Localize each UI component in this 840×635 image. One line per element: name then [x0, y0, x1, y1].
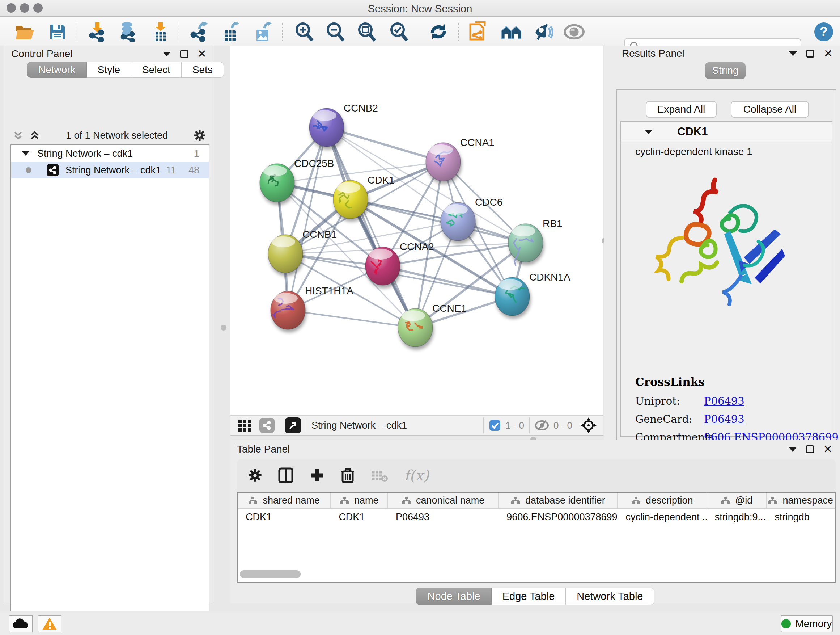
open-folder-icon[interactable] [14, 21, 35, 42]
cloud-button[interactable] [9, 615, 33, 632]
export-network-icon[interactable] [188, 21, 209, 42]
tab-network[interactable]: Network [27, 62, 87, 78]
cell-namespace[interactable]: stringdb [767, 511, 835, 523]
collapse-all-icon[interactable] [13, 130, 24, 141]
column-header-shared-name[interactable]: shared name [238, 493, 331, 508]
collapse-all-button[interactable]: Collapse All [731, 101, 809, 118]
network-selection-status: 1 of 1 Network selected [66, 130, 168, 141]
table-row[interactable]: CDK1CDK1P064939606.ENSP00000378699cyclin… [238, 509, 835, 525]
memory-button[interactable]: Memory [781, 615, 833, 632]
export-image-icon[interactable] [252, 21, 273, 42]
column-header-database-identifier[interactable]: database identifier [499, 493, 617, 508]
string-network-graph[interactable]: CCNB2CCNA1CDC25BCDK1CDC6RB1CCNB1CCNA2CDK… [231, 46, 603, 415]
hide-eye-icon[interactable] [532, 21, 554, 42]
network-row-selected[interactable]: String Network – cdk1 11 48 [11, 162, 209, 179]
node-label-HIST1H1A: HIST1H1A [305, 285, 354, 296]
network-collection-row[interactable]: String Network – cdk1 1 [11, 145, 209, 162]
edge-HIST1H1A-CCNE1[interactable] [288, 310, 415, 328]
float-panel-icon[interactable] [806, 50, 814, 57]
column-header-namespace[interactable]: namespace [767, 493, 835, 508]
export-table-icon[interactable] [220, 21, 241, 42]
table-horizontal-scrollbar[interactable] [240, 570, 301, 578]
zoom-selected-icon[interactable] [388, 21, 409, 42]
cell-database-identifier[interactable]: 9606.ENSP00000378699 [499, 511, 617, 523]
node-label-CCNB2: CCNB2 [344, 103, 378, 114]
node-CCNA1[interactable]: CCNA1 [426, 137, 494, 181]
panel-menu-icon[interactable] [789, 447, 797, 452]
edge-CCNB2-CCNA1[interactable] [327, 127, 443, 162]
close-panel-icon[interactable]: ✕ [197, 50, 207, 58]
expand-all-icon[interactable] [29, 130, 40, 141]
node-HIST1H1A[interactable]: HIST1H1A [271, 285, 354, 329]
gear-icon[interactable] [194, 129, 206, 141]
cell-shared-name[interactable]: CDK1 [238, 511, 331, 523]
save-session-icon[interactable] [47, 21, 68, 42]
string-view-icon[interactable] [259, 418, 275, 433]
column-type-icon [511, 496, 520, 504]
column-header-name[interactable]: name [331, 493, 388, 508]
section-expander-icon[interactable] [645, 130, 653, 134]
genecard-link[interactable]: P06493 [704, 413, 745, 425]
tab-style[interactable]: Style [87, 62, 131, 78]
panel-menu-icon[interactable] [163, 52, 171, 57]
node-CDKN1A[interactable]: CDKN1A [495, 272, 570, 316]
protein-name: CDK1 [677, 125, 707, 138]
column-header-description[interactable]: description [617, 493, 706, 508]
current-network-dot-icon [26, 167, 32, 173]
table-gear-icon[interactable] [248, 468, 262, 483]
node-CDK1[interactable]: CDK1 [333, 174, 395, 219]
cell--id[interactable]: stringdb:9... [707, 511, 767, 523]
protein-section-header[interactable]: CDK1 [621, 122, 832, 142]
panel-menu-icon[interactable] [789, 51, 797, 56]
gray-eye-icon[interactable] [564, 21, 584, 42]
selected-checkbox-icon [489, 419, 501, 432]
fit-selected-crosshair-icon[interactable] [580, 417, 597, 434]
expand-all-button[interactable]: Expand All [646, 101, 717, 118]
tab-edge-table[interactable]: Edge Table [492, 587, 566, 605]
warning-button[interactable] [38, 615, 62, 632]
open-in-window-icon[interactable] [285, 417, 301, 433]
birdseye-grid-icon[interactable] [238, 418, 252, 432]
left-splitter-handle[interactable] [221, 325, 226, 331]
tab-network-table[interactable]: Network Table [566, 587, 654, 605]
node-label-CCNA1: CCNA1 [460, 137, 494, 148]
refresh-icon[interactable] [428, 21, 449, 42]
float-panel-icon[interactable] [180, 50, 188, 58]
node-CCNE1[interactable]: CCNE1 [398, 302, 467, 347]
homes-icon[interactable] [501, 21, 522, 42]
tab-sets[interactable]: Sets [182, 62, 224, 78]
svg-text:?: ? [820, 24, 828, 39]
collection-expander-icon[interactable] [22, 151, 29, 156]
node-CCNB1[interactable]: CCNB1 [268, 229, 337, 273]
add-column-icon[interactable] [309, 468, 325, 483]
select-columns-icon[interactable] [278, 467, 294, 483]
results-panel-header: Results Panel ✕ [616, 46, 838, 62]
column-header--id[interactable]: @id [707, 493, 767, 508]
zoom-in-icon[interactable] [294, 21, 315, 42]
close-panel-icon[interactable]: ✕ [824, 50, 833, 57]
share-file-icon[interactable] [468, 21, 489, 42]
node-table[interactable]: shared namenamecanonical namedatabase id… [237, 492, 836, 583]
tab-node-table[interactable]: Node Table [416, 587, 491, 605]
float-panel-icon[interactable] [806, 445, 814, 453]
zoom-fit-icon[interactable] [356, 21, 377, 42]
import-table-icon[interactable] [150, 21, 171, 42]
edge-CCNB2-HIST1H1A[interactable] [288, 127, 327, 310]
uniprot-link[interactable]: P06493 [704, 395, 745, 407]
import-network-database-icon[interactable] [117, 21, 138, 42]
node-RB1[interactable]: RB1 [508, 218, 562, 266]
help-icon[interactable]: ? [813, 21, 834, 42]
zoom-out-icon[interactable] [325, 21, 346, 42]
close-panel-icon[interactable]: ✕ [823, 445, 832, 453]
network-canvas[interactable]: CCNB2CCNA1CDC25BCDK1CDC6RB1CCNB1CCNA2CDK… [231, 46, 603, 415]
delete-column-icon[interactable] [340, 467, 355, 484]
column-type-icon [340, 496, 349, 504]
tab-select[interactable]: Select [131, 62, 182, 78]
tab-string[interactable]: String [705, 62, 745, 79]
cell-canonical-name[interactable]: P06493 [388, 511, 499, 523]
column-header-canonical-name[interactable]: canonical name [388, 493, 499, 508]
edge-CCNB2-CCNE1[interactable] [327, 127, 415, 328]
cell-description[interactable]: cyclin-dependent ... [617, 511, 706, 523]
import-network-file-icon[interactable] [87, 21, 108, 42]
cell-name[interactable]: CDK1 [331, 511, 388, 523]
